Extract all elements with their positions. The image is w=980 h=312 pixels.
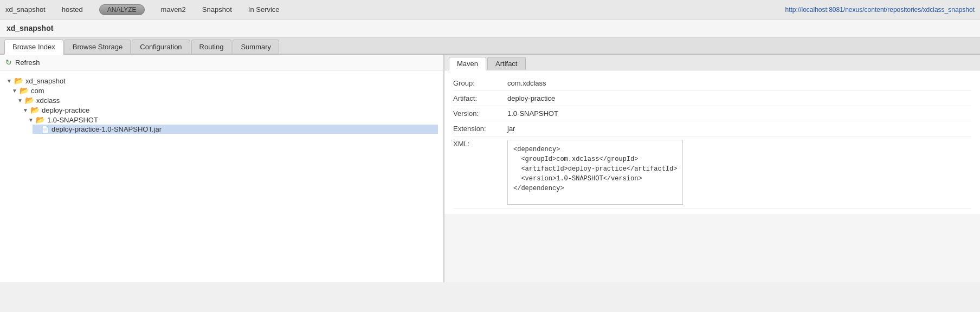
tree-row-snapshot-version[interactable]: ▼ 1.0-SNAPSHOT: [27, 115, 438, 125]
detail-row-extension: Extension: jar: [453, 121, 971, 136]
expand-icon-3: ▼: [23, 107, 28, 113]
expand-icon-4: ▼: [28, 117, 34, 123]
detail-row-version: Version: 1.0-SNAPSHOT: [453, 106, 971, 121]
repo-status-service: In Service: [248, 5, 280, 14]
tree-row-jar-file[interactable]: deploy-practice-1.0-SNAPSHOT.jar: [33, 125, 438, 134]
page-title: xd_snapshot: [0, 20, 980, 37]
expand-icon-0: ▼: [7, 78, 12, 84]
file-tree: ▼ xd_snapshot ▼ com ▼: [0, 70, 443, 139]
tree-node-xd-snapshot: ▼ xd_snapshot ▼ com ▼: [5, 75, 438, 135]
repo-type: hosted: [62, 5, 83, 14]
folder-icon-0: [14, 76, 23, 85]
artifact-label: Artifact:: [453, 94, 507, 102]
artifact-value: deploy-practice: [507, 94, 555, 102]
version-label: Version:: [453, 109, 507, 118]
inner-tab-artifact[interactable]: Artifact: [487, 57, 525, 70]
refresh-icon: ↻: [5, 58, 12, 67]
tab-routing[interactable]: Routing: [191, 40, 232, 54]
left-panel: ↻ Refresh ▼ xd_snapshot ▼ com: [0, 55, 444, 282]
version-value: 1.0-SNAPSHOT: [507, 109, 558, 118]
inner-tab-maven[interactable]: Maven: [449, 57, 486, 70]
tabs-bar: Browse Index Browse Storage Configuratio…: [0, 37, 980, 55]
refresh-label: Refresh: [15, 58, 40, 67]
expand-icon-2: ▼: [17, 98, 23, 103]
repo-format: maven2: [161, 5, 186, 14]
detail-row-artifact: Artifact: deploy-practice: [453, 91, 971, 106]
tab-configuration[interactable]: Configuration: [132, 40, 190, 54]
group-value: com.xdclass: [507, 79, 546, 87]
analyze-button[interactable]: ANALYZE: [99, 4, 145, 15]
tree-row-xd-snapshot[interactable]: ▼ xd_snapshot: [5, 76, 438, 86]
xml-content: <dependency> <groupId>com.xdclass</group…: [507, 140, 683, 205]
inner-tabs: Maven Artifact: [444, 55, 980, 70]
refresh-bar[interactable]: ↻ Refresh: [0, 55, 443, 70]
details-table: Group: com.xdclass Artifact: deploy-prac…: [444, 70, 980, 214]
tree-label-jar-file: deploy-practice-1.0-SNAPSHOT.jar: [51, 125, 162, 133]
detail-row-xml: XML: <dependency> <groupId>com.xdclass</…: [453, 136, 971, 209]
folder-icon-2: [25, 96, 34, 105]
tab-browse-index[interactable]: Browse Index: [4, 40, 63, 55]
detail-row-group: Group: com.xdclass: [453, 76, 971, 91]
tree-label-xd-snapshot: xd_snapshot: [25, 77, 66, 85]
group-label: Group:: [453, 79, 507, 87]
repo-status-snapshot: Snapshot: [202, 5, 232, 14]
tab-browse-storage[interactable]: Browse Storage: [65, 40, 131, 54]
extension-label: Extension:: [453, 125, 507, 133]
folder-icon-1: [20, 86, 29, 95]
tree-label-deploy-practice: deploy-practice: [42, 106, 89, 114]
xml-label: XML:: [453, 140, 507, 148]
right-panel: Maven Artifact Group: com.xdclass Artifa…: [444, 55, 980, 282]
extension-value: jar: [507, 125, 515, 133]
folder-icon-4: [36, 115, 45, 124]
tree-label-xdclass: xdclass: [36, 96, 60, 105]
tab-summary[interactable]: Summary: [233, 40, 279, 54]
top-bar: xd_snapshot hosted ANALYZE maven2 Snapsh…: [0, 0, 980, 20]
folder-icon-3: [30, 106, 40, 114]
repo-id: xd_snapshot: [5, 5, 46, 14]
tree-label-com: com: [31, 87, 44, 95]
expand-icon-1: ▼: [12, 88, 17, 94]
repo-url[interactable]: http://localhost:8081/nexus/content/repo…: [785, 6, 975, 14]
tree-row-deploy-practice[interactable]: ▼ deploy-practice: [22, 105, 438, 115]
tree-label-snapshot-version: 1.0-SNAPSHOT: [47, 116, 98, 124]
file-icon-5: [41, 125, 49, 133]
tree-row-xdclass[interactable]: ▼ xdclass: [16, 95, 438, 105]
tree-row-com[interactable]: ▼ com: [11, 86, 438, 95]
main-content: ↻ Refresh ▼ xd_snapshot ▼ com: [0, 55, 980, 282]
